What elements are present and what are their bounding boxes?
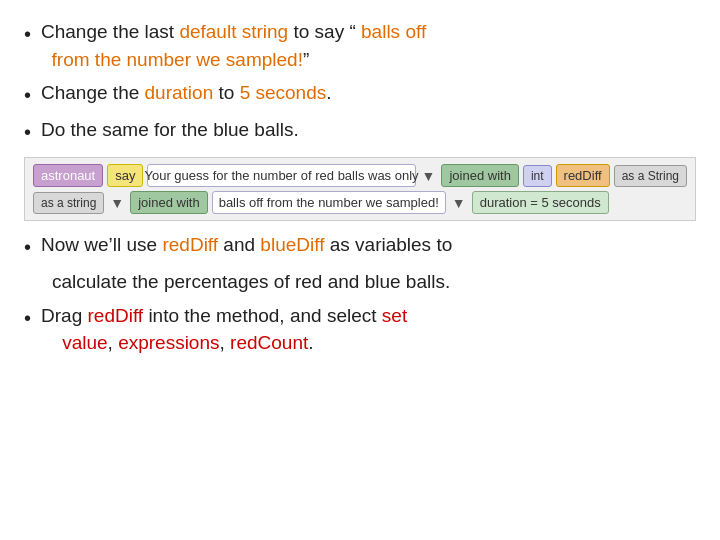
highlight-duration: duration [145, 82, 214, 103]
block-as-a-string-2: as a string [33, 192, 104, 214]
bullet-dot-4: • [24, 233, 31, 262]
bullet-item-3: • Do the same for the blue balls. [24, 116, 696, 147]
top-bullet-section: • Change the last default string to say … [24, 18, 696, 147]
diagram-row-1: astronaut say Your guess for the number … [33, 164, 687, 187]
bullet-text-4-cont: calculate the percentages of red and blu… [52, 268, 696, 296]
bullet-item-5: • Drag redDiff into the method, and sele… [24, 302, 696, 357]
bullet-text-4: Now we’ll use redDiff and blueDiff as va… [41, 231, 452, 259]
bullet-text-1: Change the last default string to say “ … [41, 18, 426, 73]
block-int: int [523, 165, 552, 187]
bullet-dot-1: • [24, 20, 31, 49]
block-redDiff: redDiff [556, 164, 610, 187]
field-red-balls-text[interactable]: Your guess for the number of red balls w… [147, 164, 415, 187]
block-as-a-string-1: as a String [614, 165, 687, 187]
bullet-text-3: Do the same for the blue balls. [41, 116, 299, 144]
bottom-bullet-section: • Now we’ll use redDiff and blueDiff as … [24, 231, 696, 357]
field-balls-off-text[interactable]: balls off from the number we sampled! [212, 191, 446, 214]
highlight-redCount: redCount [230, 332, 308, 353]
arrow-dropdown-1: ▼ [422, 168, 436, 184]
arrow-dropdown-2: ▼ [110, 195, 124, 211]
block-joined-with-1: joined with [441, 164, 518, 187]
highlight-redDiff-1: redDiff [162, 234, 218, 255]
highlight-redDiff-2: redDiff [87, 305, 143, 326]
main-content: • Change the last default string to say … [0, 0, 720, 373]
highlight-blueDiff: blueDiff [260, 234, 324, 255]
highlight-default-string: default string [179, 21, 288, 42]
arrow-dropdown-3: ▼ [452, 195, 466, 211]
block-say: say [107, 164, 143, 187]
highlight-5seconds: 5 seconds [240, 82, 327, 103]
bullet-item-2: • Change the duration to 5 seconds. [24, 79, 696, 110]
block-diagram: astronaut say Your guess for the number … [24, 157, 696, 221]
bullet-dot-5: • [24, 304, 31, 333]
bullet-item-1: • Change the last default string to say … [24, 18, 696, 73]
bullet-dot-3: • [24, 118, 31, 147]
bullet-dot-2: • [24, 81, 31, 110]
bullet-item-4: • Now we’ll use redDiff and blueDiff as … [24, 231, 696, 262]
block-joined-with-2: joined with [130, 191, 207, 214]
diagram-row-2: as a string ▼ joined with balls off from… [33, 191, 687, 214]
block-duration: duration = 5 seconds [472, 191, 609, 214]
bullet-text-2: Change the duration to 5 seconds. [41, 79, 332, 107]
block-astronaut: astronaut [33, 164, 103, 187]
highlight-expressions: expressions [118, 332, 219, 353]
bullet-text-5: Drag redDiff into the method, and select… [41, 302, 407, 357]
